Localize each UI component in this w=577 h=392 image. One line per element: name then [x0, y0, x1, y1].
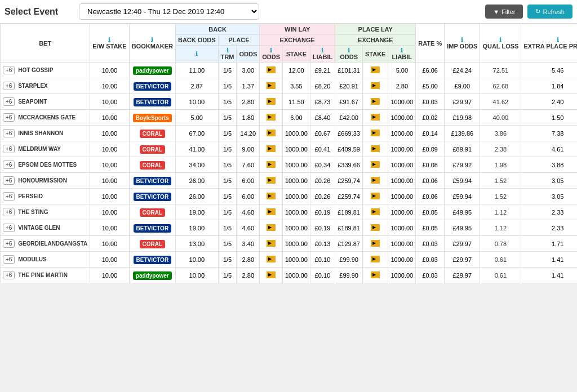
cell-trm: 1/5 [218, 110, 237, 126]
winlay-flag-icon[interactable] [267, 193, 276, 199]
plus-button[interactable]: +6 [3, 271, 15, 279]
winlay-flag-icon[interactable] [267, 66, 276, 73]
table-row: +6 SEAPOINT 10.00 BETVICTOR 10.00 1/5 2.… [1, 94, 578, 110]
bookmaker-badge: BETVICTOR [134, 256, 172, 264]
placelay-flag-icon[interactable] [371, 208, 380, 215]
cell-wl-stake: £0.19 [310, 220, 335, 236]
cell-wl-flag[interactable] [260, 126, 283, 141]
cell-wl-stake: £0.26 [310, 173, 335, 189]
cell-wl-flag[interactable] [260, 268, 283, 283]
winlay-flag-icon[interactable] [267, 271, 276, 278]
cell-pl-flag[interactable] [362, 157, 388, 173]
cell-wl-flag[interactable] [260, 252, 283, 268]
placelay-flag-icon[interactable] [371, 271, 380, 278]
cell-wl-liabil: £99.90 [335, 268, 363, 283]
plus-button[interactable]: +6 [3, 176, 15, 185]
cell-bookmaker: BETVICTOR [129, 252, 175, 268]
cell-pl-flag[interactable] [362, 204, 388, 220]
cell-wl-flag[interactable] [260, 189, 283, 204]
cell-wl-flag[interactable] [260, 141, 283, 157]
col-wl-odds: ℹODDS [260, 46, 283, 63]
plus-button[interactable]: +6 [3, 161, 15, 169]
cell-pl-flag[interactable] [362, 189, 388, 204]
cell-pl-flag[interactable] [362, 110, 388, 126]
cell-wl-stake: £0.67 [310, 126, 335, 141]
refresh-button[interactable]: ↻ Refresh [527, 5, 572, 19]
cell-wl-flag[interactable] [260, 78, 283, 94]
table-row: +6 THE STING 10.00 CORAL 19.00 1/5 4.60 … [1, 204, 578, 220]
bookmaker-badge: CORAL [140, 130, 166, 138]
col-trm: ℹTRM [218, 46, 237, 63]
cell-pl-flag[interactable] [362, 173, 388, 189]
col-rate: RATE % [416, 24, 445, 63]
plus-button[interactable]: +6 [3, 113, 15, 122]
filter-button[interactable]: ▼ Filter [485, 5, 523, 19]
plus-button[interactable]: +6 [3, 129, 15, 137]
plus-button[interactable]: +6 [3, 192, 15, 201]
cell-wl-flag[interactable] [260, 220, 283, 236]
cell-wl-flag[interactable] [260, 110, 283, 126]
placelay-flag-icon[interactable] [371, 145, 380, 152]
plus-button[interactable]: +6 [3, 82, 15, 90]
cell-pl-flag[interactable] [362, 94, 388, 110]
winlay-flag-icon[interactable] [267, 161, 276, 168]
winlay-flag-icon[interactable] [267, 240, 276, 247]
event-select[interactable]: Newcastle 12:40 - Thu 12 Dec 2019 12:40 [79, 3, 259, 20]
winlay-flag-icon[interactable] [267, 82, 276, 89]
cell-bookmaker: CORAL [129, 126, 175, 141]
placelay-flag-icon[interactable] [371, 130, 380, 136]
placelay-flag-icon[interactable] [371, 82, 380, 89]
plus-button[interactable]: +6 [3, 255, 15, 264]
cell-pl-flag[interactable] [362, 141, 388, 157]
winlay-flag-icon[interactable] [267, 177, 276, 184]
cell-wl-odds: 3.55 [283, 78, 310, 94]
winlay-flag-icon[interactable] [267, 114, 276, 121]
placelay-flag-icon[interactable] [371, 66, 380, 73]
winlay-flag-icon[interactable] [267, 208, 276, 215]
cell-back-odds: 13.00 [175, 236, 218, 252]
plus-button[interactable]: +6 [3, 97, 15, 106]
cell-pl-liabil: £79.92 [445, 157, 480, 173]
cell-pl-flag[interactable] [362, 236, 388, 252]
plus-button[interactable]: +6 [3, 224, 15, 232]
plus-button[interactable]: +6 [3, 239, 15, 248]
placelay-flag-icon[interactable] [371, 114, 380, 121]
cell-pl-flag[interactable] [362, 126, 388, 141]
cell-pl-flag[interactable] [362, 220, 388, 236]
cell-wl-flag[interactable] [260, 204, 283, 220]
placelay-flag-icon[interactable] [371, 177, 380, 184]
cell-pl-flag[interactable] [362, 63, 388, 78]
cell-pl-flag[interactable] [362, 252, 388, 268]
cell-pl-flag[interactable] [362, 78, 388, 94]
placelay-flag-icon[interactable] [371, 224, 380, 231]
cell-pl-flag[interactable] [362, 268, 388, 283]
col-place-odds: ODDS [237, 46, 260, 63]
placelay-flag-icon[interactable] [371, 161, 380, 168]
cell-bookmaker: CORAL [129, 157, 175, 173]
winlay-flag-icon[interactable] [267, 224, 276, 231]
cell-rate: 0.61 [480, 252, 521, 268]
plus-button[interactable]: +6 [3, 145, 15, 153]
cell-pl-stake: £0.05 [416, 204, 445, 220]
cell-place-odds: 3.00 [237, 63, 260, 78]
cell-pl-odds: 1000.00 [388, 236, 416, 252]
placelay-flag-icon[interactable] [371, 193, 380, 199]
plus-button[interactable]: +6 [3, 66, 15, 74]
cell-wl-flag[interactable] [260, 236, 283, 252]
winlay-flag-icon[interactable] [267, 145, 276, 152]
cell-wl-flag[interactable] [260, 173, 283, 189]
col-pl-odds: ℹODDS [335, 46, 363, 63]
placelay-flag-icon[interactable] [371, 98, 380, 105]
plus-button[interactable]: +6 [3, 208, 15, 216]
cell-place-odds: 2.80 [237, 268, 260, 283]
cell-wl-flag[interactable] [260, 157, 283, 173]
cell-imp-odds: 1.50 [521, 110, 577, 126]
placelay-flag-icon[interactable] [371, 256, 380, 262]
placelay-flag-icon[interactable] [371, 240, 380, 247]
winlay-flag-icon[interactable] [267, 130, 276, 136]
winlay-flag-icon[interactable] [267, 98, 276, 105]
cell-wl-flag[interactable] [260, 63, 283, 78]
winlay-flag-icon[interactable] [267, 256, 276, 262]
cell-wl-flag[interactable] [260, 94, 283, 110]
cell-trm: 1/5 [218, 204, 237, 220]
